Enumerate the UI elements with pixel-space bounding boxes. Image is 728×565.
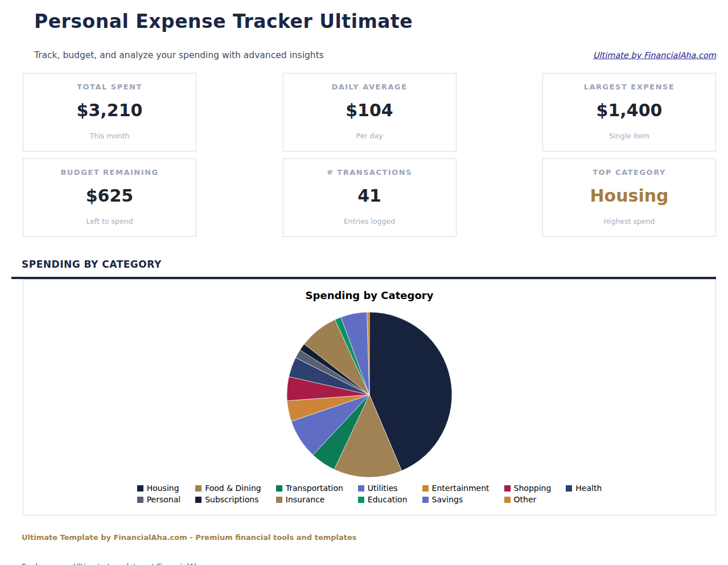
page-title: Personal Expense Tracker Ultimate xyxy=(34,10,716,32)
card-label: LARGEST EXPENSE xyxy=(543,83,715,91)
legend-label: Entertainment xyxy=(432,484,490,493)
card-transactions: # TRANSACTIONS 41 Entries logged xyxy=(283,158,456,237)
card-subtext: Left to spend xyxy=(23,217,196,226)
card-label: DAILY AVERAGE xyxy=(283,83,456,91)
footer-tagline: Ultimate Template by FinancialAha.com - … xyxy=(22,533,716,542)
footer-link[interactable]: Explore more Ultimate templates at Finan… xyxy=(22,562,221,565)
legend-item-transportation: Transportation xyxy=(276,484,343,493)
card-total-spent: TOTAL SPENT $3,210 This month xyxy=(23,73,196,152)
legend-swatch-shopping xyxy=(504,485,511,492)
card-value: $3,210 xyxy=(23,100,196,120)
legend-swatch-housing xyxy=(137,485,143,492)
legend-item-personal: Personal xyxy=(137,495,181,504)
legend-label: Savings xyxy=(432,495,463,504)
legend-swatch-insurance xyxy=(276,497,282,503)
pie-chart xyxy=(284,311,455,478)
card-label: BUDGET REMAINING xyxy=(23,168,196,177)
legend-item-food-dining: Food & Dining xyxy=(195,484,261,493)
card-value: $625 xyxy=(23,186,196,206)
card-value-top-category: Housing xyxy=(543,186,715,206)
legend-swatch-health xyxy=(566,485,572,492)
card-value: 41 xyxy=(283,186,456,206)
card-value: $104 xyxy=(283,100,456,120)
card-largest-expense: LARGEST EXPENSE $1,400 Single item xyxy=(542,73,716,152)
chart-panel: Spending by Category HousingFood & Dinin… xyxy=(23,279,716,515)
legend-swatch-savings xyxy=(422,497,429,503)
card-daily-average: DAILY AVERAGE $104 Per day xyxy=(283,73,456,152)
legend-label: Personal xyxy=(147,495,181,504)
legend-label: Housing xyxy=(147,484,179,493)
legend-item-other: Other xyxy=(504,495,552,504)
card-subtext: Per day xyxy=(283,132,456,140)
legend-item-housing: Housing xyxy=(137,484,181,493)
legend-swatch-subscriptions xyxy=(195,497,201,503)
legend-swatch-utilities xyxy=(358,485,364,492)
card-subtext: Entries logged xyxy=(283,217,456,226)
card-subtext: This month xyxy=(23,132,196,140)
page-subtitle: Track, budget, and analyze your spending… xyxy=(34,50,324,60)
legend-label: Subscriptions xyxy=(205,495,258,504)
legend-swatch-personal xyxy=(137,497,143,503)
legend-label: Transportation xyxy=(286,484,343,493)
brand-link[interactable]: Ultimate by FinancialAha.com xyxy=(593,51,716,60)
card-budget-remaining: BUDGET REMAINING $625 Left to spend xyxy=(23,158,196,237)
legend-swatch-other xyxy=(504,497,511,503)
expense-tracker-page: Personal Expense Tracker Ultimate Track,… xyxy=(0,10,728,565)
chart-legend: HousingFood & DiningTransportationUtilit… xyxy=(137,484,602,504)
legend-swatch-food-dining xyxy=(195,485,201,492)
card-subtext: Highest spend xyxy=(543,217,715,226)
legend-label: Food & Dining xyxy=(205,484,261,493)
card-label: # TRANSACTIONS xyxy=(283,168,456,177)
legend-label: Insurance xyxy=(286,495,325,504)
legend-label: Shopping xyxy=(514,484,552,493)
subtitle-row: Track, budget, and analyze your spending… xyxy=(23,50,716,60)
legend-item-subscriptions: Subscriptions xyxy=(195,495,261,504)
legend-swatch-education xyxy=(358,497,364,503)
legend-label: Utilities xyxy=(368,484,398,493)
card-subtext: Single item xyxy=(543,132,715,140)
legend-item-utilities: Utilities xyxy=(358,484,408,493)
legend-item-shopping: Shopping xyxy=(504,484,552,493)
legend-item-education: Education xyxy=(358,495,408,504)
legend-label: Other xyxy=(514,495,537,504)
legend-item-health: Health xyxy=(566,484,602,493)
card-top-category: TOP CATEGORY Housing Highest spend xyxy=(542,158,716,237)
card-label: TOTAL SPENT xyxy=(23,83,196,91)
legend-item-insurance: Insurance xyxy=(276,495,343,504)
legend-label: Education xyxy=(368,495,408,504)
legend-item-entertainment: Entertainment xyxy=(422,484,490,493)
section-header-spending-by-category: SPENDING BY CATEGORY xyxy=(11,259,716,279)
legend-swatch-transportation xyxy=(276,485,282,492)
legend-swatch-entertainment xyxy=(422,485,429,492)
card-value: $1,400 xyxy=(543,100,715,120)
chart-title: Spending by Category xyxy=(306,289,434,301)
legend-label: Health xyxy=(575,484,602,493)
stat-cards-grid: TOTAL SPENT $3,210 This month DAILY AVER… xyxy=(23,73,716,237)
legend-item-savings: Savings xyxy=(422,495,490,504)
card-label: TOP CATEGORY xyxy=(543,168,715,177)
